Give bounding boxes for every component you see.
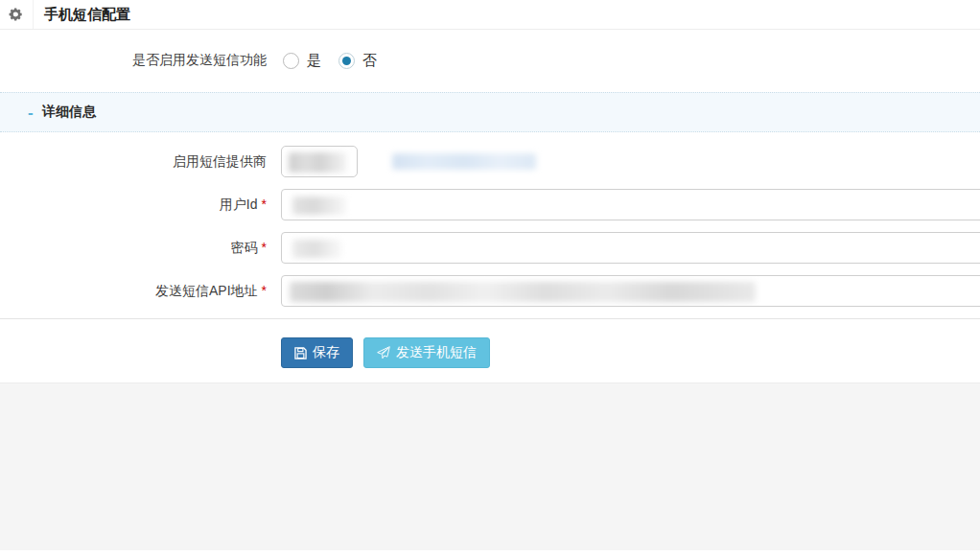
titlebar: 手机短信配置 [0,0,980,30]
provider-control-col [281,146,980,177]
save-button-label: 保存 [313,344,339,361]
form-row-userid: 用户Id* [0,189,980,220]
radio-circle-yes[interactable] [283,53,299,69]
enable-sms-row: 是否启用发送短信功能 是 否 [0,51,980,70]
redacted-api-url-value [290,282,756,302]
userid-input[interactable] [281,189,980,220]
required-marker: * [262,240,267,255]
send-sms-button[interactable]: 发送手机短信 [363,337,490,368]
required-marker: * [262,197,267,212]
gear-icon [0,0,34,29]
redacted-userid-value [292,197,346,215]
page-footer [0,382,980,550]
api-url-label: 发送短信API地址* [0,283,267,300]
section-header-details[interactable]: - 详细信息 [0,92,980,132]
save-icon [294,347,307,359]
password-control-col [281,232,980,264]
provider-select[interactable] [281,146,358,177]
api-url-label-text: 发送短信API地址 [155,283,258,298]
userid-control-col [281,189,980,220]
sms-config-form: 启用短信提供商 用户Id* 密码* 发送短信API地址* [0,132,980,307]
enable-sms-label: 是否启用发送短信功能 [0,52,267,69]
userid-label: 用户Id* [0,197,267,214]
redacted-provider-value [289,152,346,173]
radio-option-yes[interactable]: 是 [283,52,321,70]
send-sms-button-label: 发送手机短信 [396,344,477,361]
radio-label-no: 否 [362,52,377,70]
userid-label-text: 用户Id [220,197,258,212]
redacted-provider-hint [392,153,536,170]
section-title: 详细信息 [42,104,96,121]
paper-plane-icon [377,346,390,359]
form-row-password: 密码* [0,232,980,264]
provider-label: 启用短信提供商 [0,153,267,171]
form-actions: 保存 发送手机短信 [0,319,980,382]
radio-label-yes: 是 [307,52,321,70]
password-label-text: 密码 [231,240,258,255]
radio-circle-no[interactable] [338,53,355,69]
form-row-provider: 启用短信提供商 [0,146,980,177]
password-input[interactable] [281,232,980,264]
api-url-control-col [281,275,980,307]
collapse-minus-icon[interactable]: - [28,104,42,121]
redacted-password-value [292,240,342,258]
password-label: 密码* [0,240,267,257]
save-button[interactable]: 保存 [281,337,353,368]
radio-option-no[interactable]: 否 [338,52,377,70]
form-row-api-url: 发送短信API地址* [0,275,980,307]
page-title: 手机短信配置 [44,6,130,24]
api-url-input[interactable] [281,275,980,307]
required-marker: * [262,283,267,298]
enable-sms-radio-group: 是 否 [283,52,377,70]
